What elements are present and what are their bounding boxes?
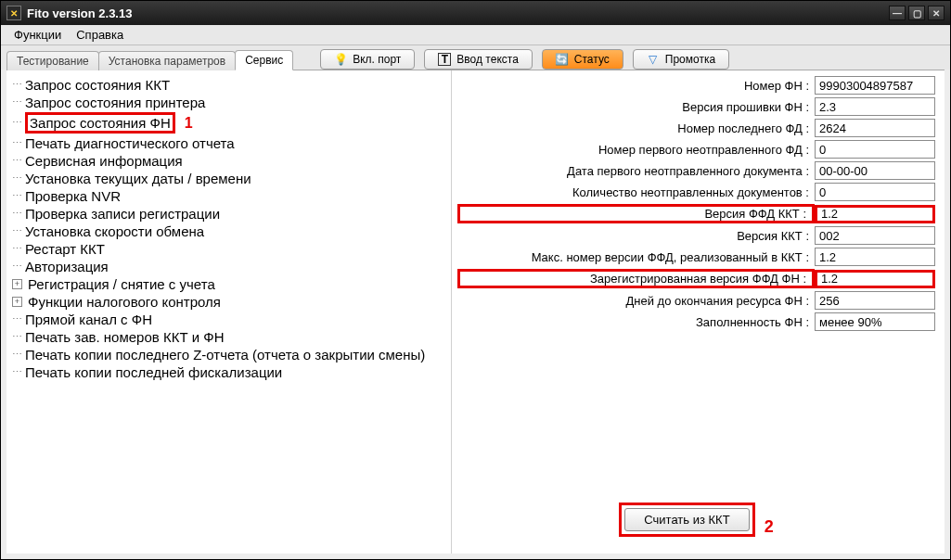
tree-item[interactable]: ⋯Прямой канал с ФН xyxy=(10,311,447,328)
details-panel: Номер ФН :Версия прошивки ФН :Номер посл… xyxy=(452,70,945,554)
field-value[interactable] xyxy=(815,291,935,310)
tab-service[interactable]: Сервис xyxy=(235,50,293,70)
tree-marker-icon: ⋯ xyxy=(12,349,21,361)
bulb-icon: 💡 xyxy=(334,53,347,66)
annotation-2: 2 xyxy=(765,517,774,537)
field-label: Версия ФФД ККТ : xyxy=(457,204,815,223)
field-label: Количество неотправленных документов : xyxy=(457,185,815,199)
tree-marker-icon: ⋯ xyxy=(12,331,21,343)
close-button[interactable]: ✕ xyxy=(928,6,945,20)
status-icon: 🔄 xyxy=(556,53,569,66)
feed-button[interactable]: ▽ Промотка xyxy=(633,49,729,70)
tree-item[interactable]: ⋯Проверка NVR xyxy=(10,187,447,205)
feed-icon: ▽ xyxy=(647,53,660,66)
field-row: Версия ФФД ККТ : xyxy=(457,204,935,223)
tabs: Тестирование Установка параметров Сервис xyxy=(6,49,292,70)
text-icon: T xyxy=(438,53,451,66)
field-value[interactable] xyxy=(815,270,935,288)
field-value[interactable] xyxy=(815,312,935,331)
field-label: Заполненность ФН : xyxy=(457,315,815,329)
tree-item[interactable]: ⋯Сервисная информация xyxy=(10,152,447,170)
text-input-button-label: Ввод текста xyxy=(456,53,518,66)
titlebar: ✕ Fito version 2.3.13 — ▢ ✕ xyxy=(1,1,950,25)
menubar: Функции Справка xyxy=(1,25,950,45)
tree-item[interactable]: ⋯Установка скорости обмена xyxy=(10,223,447,240)
field-row: Номер последнего ФД : xyxy=(457,119,935,137)
field-label: Зарегистрированная версия ФФД ФН : xyxy=(457,269,815,288)
field-value[interactable] xyxy=(815,119,935,137)
content: ⋯Запрос состояния ККТ ⋯Запрос состояния … xyxy=(6,70,945,554)
tree-item[interactable]: ⋯Запрос состояния принтера xyxy=(10,94,447,111)
tree-item[interactable]: ⋯Установка текущих даты / времени xyxy=(10,170,447,187)
annotation-1: 1 xyxy=(185,115,193,132)
field-row: Дата первого неотправленного документа : xyxy=(457,161,935,180)
field-row: Номер ФН : xyxy=(457,76,935,95)
tree-marker-icon: ⋯ xyxy=(12,172,21,185)
tree-marker-icon: ⋯ xyxy=(12,155,21,167)
expand-icon[interactable]: + xyxy=(12,279,22,289)
field-label: Дата первого неотправленного документа : xyxy=(457,164,815,178)
tree-item[interactable]: ⋯Запрос состояния ККТ xyxy=(10,76,447,94)
field-row: Дней до окончания ресурса ФН : xyxy=(457,291,935,310)
service-tree: ⋯Запрос состояния ККТ ⋯Запрос состояния … xyxy=(6,70,452,554)
tree-item-expandable[interactable]: +Регистрация / снятие с учета xyxy=(10,275,447,293)
tree-item[interactable]: ⋯Печать копии последней фискализации xyxy=(10,363,447,381)
read-button-highlight: Считать из ККТ xyxy=(619,503,754,537)
status-button[interactable]: 🔄 Статус xyxy=(542,49,623,70)
tree-item[interactable]: ⋯Печать диагностического отчета xyxy=(10,134,447,152)
field-label: Номер первого неотправленного ФД : xyxy=(457,143,815,157)
tree-item[interactable]: ⋯Печать зав. номеров ККТ и ФН xyxy=(10,328,447,346)
tab-testing[interactable]: Тестирование xyxy=(6,51,99,70)
field-value[interactable] xyxy=(815,183,935,201)
feed-button-label: Промотка xyxy=(665,53,715,66)
read-from-kkt-button[interactable]: Считать из ККТ xyxy=(624,508,749,531)
tree-marker-icon: ⋯ xyxy=(12,79,21,91)
tree-item-fn-status[interactable]: ⋯Запрос состояния ФН1 xyxy=(10,111,447,134)
field-value[interactable] xyxy=(815,76,935,95)
field-value[interactable] xyxy=(815,226,935,245)
field-label: Номер ФН : xyxy=(457,79,815,93)
tree-marker-icon: ⋯ xyxy=(12,190,21,202)
toolbar: Тестирование Установка параметров Сервис… xyxy=(1,45,950,70)
tree-item[interactable]: ⋯Рестарт ККТ xyxy=(10,240,447,258)
field-label: Версия ККТ : xyxy=(457,229,815,243)
field-row: Номер первого неотправленного ФД : xyxy=(457,140,935,159)
field-row: Зарегистрированная версия ФФД ФН : xyxy=(457,269,935,288)
tree-marker-icon: ⋯ xyxy=(12,225,21,237)
tree-marker-icon: ⋯ xyxy=(12,117,21,129)
expand-icon[interactable]: + xyxy=(12,297,22,307)
tree-item[interactable]: ⋯Печать копии последнего Z-отчета (отчет… xyxy=(10,346,447,363)
tree-item-expandable[interactable]: +Функции налогового контроля xyxy=(10,293,447,311)
tree-marker-icon: ⋯ xyxy=(12,96,21,108)
field-row: Заполненность ФН : xyxy=(457,312,935,331)
window-title: Fito version 2.3.13 xyxy=(27,6,132,20)
field-value[interactable] xyxy=(815,140,935,159)
field-value[interactable] xyxy=(815,248,935,266)
text-input-button[interactable]: T Ввод текста xyxy=(424,49,532,70)
tree-marker-icon: ⋯ xyxy=(12,313,21,325)
menu-functions[interactable]: Функции xyxy=(6,26,69,44)
fields-list: Номер ФН :Версия прошивки ФН :Номер посл… xyxy=(457,76,935,334)
status-button-label: Статус xyxy=(574,53,610,66)
tree-item[interactable]: ⋯Авторизация xyxy=(10,258,447,275)
field-row: Макс. номер версии ФФД, реализованный в … xyxy=(457,248,935,266)
field-label: Номер последнего ФД : xyxy=(457,121,815,135)
app-icon: ✕ xyxy=(6,6,21,20)
tree-marker-icon: ⋯ xyxy=(12,366,21,378)
field-row: Версия ККТ : xyxy=(457,226,935,245)
field-label: Макс. номер версии ФФД, реализованный в … xyxy=(457,250,815,264)
field-value[interactable] xyxy=(815,205,935,223)
field-value[interactable] xyxy=(815,97,935,116)
field-label: Версия прошивки ФН : xyxy=(457,100,815,114)
field-value[interactable] xyxy=(815,161,935,180)
minimize-button[interactable]: — xyxy=(889,6,906,20)
main-window: ✕ Fito version 2.3.13 — ▢ ✕ Функции Спра… xyxy=(1,1,950,559)
tree-marker-icon: ⋯ xyxy=(12,261,21,273)
tree-item[interactable]: ⋯Проверка записи регистрации xyxy=(10,205,447,223)
maximize-button[interactable]: ▢ xyxy=(908,6,925,20)
tree-marker-icon: ⋯ xyxy=(12,137,21,149)
menu-help[interactable]: Справка xyxy=(69,26,131,44)
tab-params[interactable]: Установка параметров xyxy=(98,51,236,70)
port-button[interactable]: 💡 Вкл. порт xyxy=(320,49,415,70)
field-label: Дней до окончания ресурса ФН : xyxy=(457,294,815,308)
